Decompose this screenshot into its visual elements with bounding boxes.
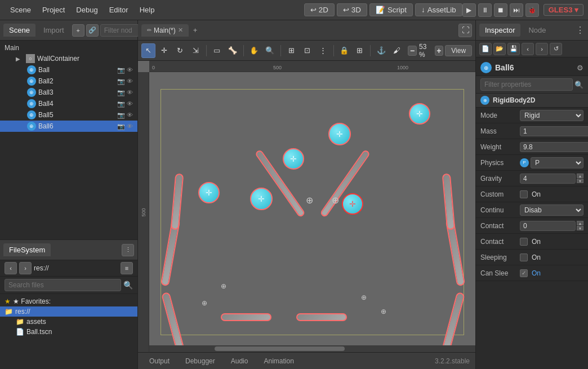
- fs-item-res[interactable]: 📁 res://: [0, 306, 137, 317]
- prop-value-mass[interactable]: [520, 126, 588, 136]
- insp-forward-button[interactable]: ›: [536, 43, 548, 55]
- prop-can-sleep: Can Slee On: [476, 265, 588, 281]
- tree-node-ball[interactable]: ⊕ Ball 📷 👁: [0, 64, 137, 75]
- prop-sleeping-checkbox[interactable]: [520, 254, 528, 261]
- prop-value-continu[interactable]: Disab: [520, 204, 583, 216]
- link-node-button[interactable]: 🔗: [86, 24, 99, 37]
- prop-value-mode[interactable]: Rigid: [520, 110, 583, 121]
- node-settings-button[interactable]: ⚙: [577, 64, 583, 72]
- bone-tool-button[interactable]: 🦴: [226, 43, 240, 58]
- lock-button[interactable]: 🔒: [337, 43, 351, 58]
- insp-save-button[interactable]: 💾: [507, 43, 520, 55]
- scale-tool-button[interactable]: ⇲: [189, 43, 203, 58]
- tab-add-button[interactable]: +: [190, 25, 201, 35]
- pause-button[interactable]: ⏸: [478, 3, 492, 17]
- insp-back-button[interactable]: ‹: [522, 43, 534, 55]
- zoom-in-button[interactable]: +: [435, 46, 444, 56]
- prop-can-sleep-checkbox[interactable]: [520, 269, 528, 277]
- viewport[interactable]: 0 500 1000 500: [138, 61, 475, 352]
- move-tool-button[interactable]: ✛: [157, 43, 171, 58]
- options-button[interactable]: ⋮: [316, 43, 330, 58]
- tab-main[interactable]: ✏ Main(*) ✕: [141, 24, 189, 37]
- gravity-up-button[interactable]: ▲: [577, 174, 583, 178]
- select-tool-button[interactable]: ↖: [141, 43, 155, 58]
- tab-debugger[interactable]: Debugger: [180, 356, 221, 366]
- prop-custom-checkbox[interactable]: [520, 190, 528, 198]
- contact-up-button[interactable]: ▲: [577, 221, 583, 225]
- scene-tree: Main ▶ ○ WallContainer ⊕ Ball 📷 👁: [0, 41, 137, 239]
- bone2-button[interactable]: ⚓: [374, 43, 388, 58]
- group-button[interactable]: ⊞: [353, 43, 367, 58]
- debug-button[interactable]: 🐞: [525, 3, 539, 17]
- tab-node[interactable]: Node: [523, 24, 551, 37]
- add-node-button[interactable]: +: [72, 24, 84, 37]
- insp-refresh-button[interactable]: ↺: [550, 43, 562, 55]
- mode-3d-button[interactable]: ↩ 3D: [337, 3, 367, 16]
- contact-spinner: ▲ ▼: [577, 221, 583, 230]
- tree-node-main[interactable]: Main: [0, 43, 137, 53]
- component-header-rigidbody[interactable]: ⊕ RigidBody2D: [476, 94, 588, 108]
- fs-forward-button[interactable]: ›: [19, 262, 32, 274]
- pencil-icon: ✏: [147, 27, 152, 33]
- tree-node-ball2[interactable]: ⊕ Ball2 📷 👁: [0, 75, 137, 87]
- play-button[interactable]: ▶: [462, 3, 476, 17]
- tree-node-ball3[interactable]: ⊕ Ball3 📷 👁: [0, 87, 137, 98]
- fs-item-assets[interactable]: 📁 assets: [0, 317, 137, 327]
- tab-scene[interactable]: Scene: [3, 24, 35, 37]
- fullscreen-button[interactable]: ⛶: [458, 24, 472, 37]
- tab-inspector[interactable]: Inspector: [479, 24, 520, 37]
- snap-button[interactable]: ⊡: [300, 43, 314, 58]
- step-button[interactable]: ⏭: [510, 3, 523, 17]
- contact-down-button[interactable]: ▼: [577, 226, 583, 230]
- zoom-tool-button[interactable]: 🔍: [263, 43, 277, 58]
- fs-item-ball-tscn[interactable]: 📄 Ball.tscn: [0, 327, 137, 337]
- tree-node-ball6[interactable]: ⊕ Ball6 📷 👁: [0, 121, 137, 132]
- prop-value-weight[interactable]: [520, 142, 588, 152]
- tree-node-ball5[interactable]: ⊕ Ball5 📷 👁: [0, 109, 137, 121]
- tree-node-ball4[interactable]: ⊕ Ball4 📷 👁: [0, 98, 137, 109]
- prop-value-gravity[interactable]: [520, 174, 576, 184]
- right-panel: Inspector Node ⋮ 📄 📂 💾 ‹ › ↺ ⊕ Ball6 ⚙ 🔍…: [475, 20, 588, 369]
- scrollbar-thumb-h[interactable]: [215, 346, 345, 351]
- menu-scene[interactable]: Scene: [5, 3, 37, 16]
- inspector-menu-button[interactable]: ⋮: [576, 25, 585, 35]
- tab-animation[interactable]: Animation: [258, 356, 299, 366]
- menu-debug[interactable]: Debug: [70, 3, 103, 16]
- stop-button[interactable]: ⏹: [494, 3, 507, 17]
- insp-open-button[interactable]: 📂: [493, 43, 506, 55]
- crosshair-4: ✛: [206, 188, 212, 197]
- menu-project[interactable]: Project: [37, 3, 70, 16]
- mode-script-button[interactable]: 📝 Script: [369, 3, 413, 16]
- rect-tool-button[interactable]: ▭: [210, 43, 224, 58]
- filter-properties-input[interactable]: [480, 78, 573, 91]
- gravity-down-button[interactable]: ▼: [577, 179, 583, 183]
- tab-output[interactable]: Output: [144, 356, 175, 366]
- menu-editor[interactable]: Editor: [104, 3, 134, 16]
- pan-tool-button[interactable]: ✋: [247, 43, 261, 58]
- prop-value-contact-count[interactable]: [520, 221, 576, 231]
- mode-buttons: ↩ 2D ↩ 3D 📝 Script ↓ AssetLib: [304, 3, 462, 16]
- fs-back-button[interactable]: ‹: [5, 262, 17, 274]
- prop-contact-checkbox[interactable]: [520, 238, 528, 246]
- tab-import[interactable]: Import: [38, 24, 70, 37]
- tab-close-button[interactable]: ✕: [178, 26, 183, 34]
- view-button[interactable]: View: [445, 45, 472, 56]
- mode-assetlib-button[interactable]: ↓ AssetLib: [415, 3, 462, 16]
- mode-2d-button[interactable]: ↩ 2D: [304, 3, 335, 16]
- insp-history-button[interactable]: 📄: [479, 43, 492, 55]
- zoom-out-button[interactable]: −: [408, 46, 417, 56]
- gles-badge[interactable]: GLES3 ▾: [544, 4, 583, 16]
- toolbar-separator-3: [280, 45, 281, 56]
- tab-audio[interactable]: Audio: [225, 356, 254, 366]
- grid-button[interactable]: ⊞: [284, 43, 299, 58]
- rotate-tool-button[interactable]: ↻: [173, 43, 187, 58]
- paint-button[interactable]: 🖌: [390, 43, 404, 58]
- tree-node-wallcontainer[interactable]: ▶ ○ WallContainer: [0, 53, 137, 64]
- ruler-vertical: 500: [138, 72, 149, 352]
- scrollbar-horizontal[interactable]: [149, 345, 475, 352]
- fs-options-button[interactable]: ⋮: [122, 244, 134, 256]
- fs-search-input[interactable]: [5, 279, 121, 291]
- prop-physics-select[interactable]: P: [531, 157, 583, 168]
- menu-help[interactable]: Help: [134, 3, 161, 16]
- fs-layout-button[interactable]: ≡: [121, 262, 133, 274]
